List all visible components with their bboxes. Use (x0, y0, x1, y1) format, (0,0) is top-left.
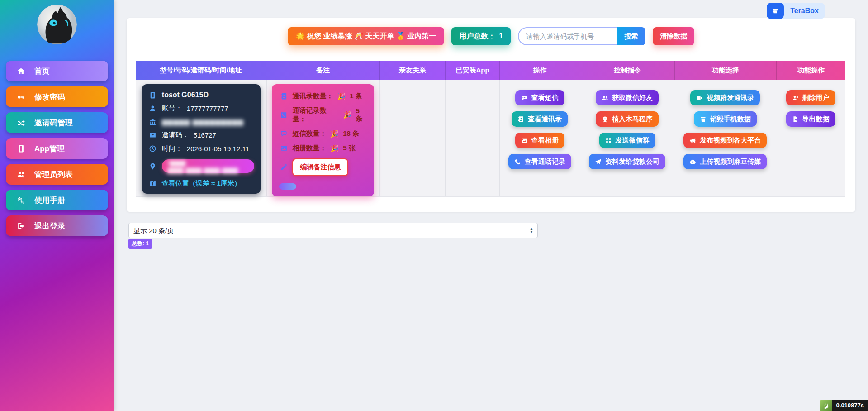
control-button-0[interactable]: 获取微信好友 (596, 90, 659, 105)
note-stat-value: 18 条 (343, 129, 359, 138)
note-stat-value: 5 张 (343, 144, 356, 153)
envelope-icon (148, 131, 157, 139)
action-button-1[interactable]: 查看通讯录 (512, 111, 568, 127)
sidebar-item-app-manage[interactable]: App管理 (6, 138, 108, 159)
sidebar-item-logout[interactable]: 退出登录 (6, 215, 108, 236)
view-location-link[interactable]: 查看位置（误差 ≈ 1厘米） (162, 179, 241, 188)
clear-data-button[interactable]: 清除数据 (653, 27, 694, 45)
table-header-row: 型号/号码/邀请码/时间/地址备注亲友关系已安装App操作控制指令功能选择功能操… (136, 61, 845, 80)
note-stat-label: 通话记录数量： (292, 106, 339, 124)
device-location-row: I▆▆▆ ▆▆▆.▆▆▆.▆▆▆.▆▆▆ (148, 159, 254, 173)
sidebar: 首页修改密码邀请码管理App管理管理员列表使用手册退出登录 (0, 0, 114, 411)
control-button-3[interactable]: 资料发给贷款公司 (589, 154, 665, 169)
sidebar-item-change-password[interactable]: 修改密码 (6, 86, 108, 107)
function-button-3[interactable]: 上传视频到麻豆传媒 (683, 154, 767, 169)
party-popper-emoji: 🎉 (343, 111, 352, 119)
column-header-6: 功能选择 (675, 61, 777, 80)
user-total-label: 用户总数： (459, 32, 495, 41)
note-stat-row-1: 通话记录数量：🎉5 条 (279, 106, 368, 124)
function-button-1[interactable]: 销毁手机数据 (694, 111, 757, 127)
terabox-logo-icon (767, 3, 784, 19)
user-total-badge: 用户总数： 1 (451, 27, 511, 45)
invite-label: 邀请码： (162, 131, 189, 139)
action-button-2[interactable]: 查看相册 (515, 133, 564, 148)
location-pin-icon (148, 162, 157, 170)
edit-notes-button[interactable]: 编辑备注信息 (292, 158, 348, 176)
sidebar-item-invite-codes[interactable]: 邀请码管理 (6, 112, 108, 133)
function-button-2[interactable]: 发布视频到各大平台 (683, 133, 767, 148)
invite-value: 516727 (194, 131, 216, 139)
sidebar-item-label: 首页 (34, 66, 50, 76)
device-invite-row: 邀请码： 516727 (148, 131, 254, 139)
address-book-icon (279, 92, 288, 100)
marquee-banner: 🌟 祝您 业绩暴涨 🥂 天天开单 🥇 业内第一 (288, 27, 445, 45)
framework-leaf-icon (820, 400, 832, 411)
bank-icon (148, 118, 157, 126)
button-label: 销毁手机数据 (710, 115, 751, 124)
masked-location: I▆▆▆ ▆▆▆.▆▆▆.▆▆▆.▆▆▆ (168, 159, 248, 173)
avatar-wrap (0, 0, 114, 59)
cloud-upload-icon (689, 158, 696, 165)
sidebar-item-home[interactable]: 首页 (6, 61, 108, 81)
map-icon (148, 180, 157, 187)
column-header-7: 功能操作 (777, 61, 845, 80)
column-header-3: 已安装App (446, 61, 500, 80)
search-button[interactable]: 搜索 (617, 27, 645, 45)
page-size-select[interactable]: 显示 20 条/页 (128, 223, 538, 238)
paper-plane-icon (595, 158, 602, 165)
gears-icon (17, 196, 25, 205)
mobile-icon (17, 144, 25, 153)
button-label: 视频群发通讯录 (707, 94, 754, 102)
operation-button-0[interactable]: 删除用户 (786, 90, 835, 105)
note-stat-label: 相册数量： (292, 144, 326, 153)
cell-relations (380, 80, 446, 196)
action-button-0[interactable]: 查看短信 (515, 90, 564, 105)
home-icon (17, 67, 25, 76)
users-gear-icon (17, 170, 25, 179)
table-body-row: tosot G0615D 账号： 17777777777 ▆▆▆▆▆ ▆▆▆▆▆… (136, 80, 845, 197)
search-input[interactable] (518, 27, 617, 45)
time-label: 时间： (162, 144, 182, 153)
notes-mini-pill (279, 183, 296, 190)
note-stat-row-2: 短信数量：🎉18 条 (279, 129, 368, 138)
button-label: 导出数据 (802, 115, 830, 124)
action-button-3[interactable]: 查看通话记录 (508, 154, 571, 169)
control-button-2[interactable]: 发送微信群 (599, 133, 655, 148)
note-stat-row-3: 相册数量：🎉5 张 (279, 144, 368, 153)
user-icon (148, 105, 157, 112)
column-header-5: 控制指令 (580, 61, 675, 80)
masked-number: ▆▆▆▆▆ ▆▆▆▆▆▆▆▆▆ (162, 118, 244, 126)
account-value: 17777777777 (187, 105, 228, 112)
comments-icon (279, 130, 288, 138)
main-card: 🌟 祝您 业绩暴涨 🥂 天天开单 🥇 业内第一 用户总数： 1 搜索 清除数据 … (127, 18, 855, 212)
sidebar-item-admin-list[interactable]: 管理员列表 (6, 164, 108, 185)
device-map-row: 查看位置（误差 ≈ 1厘米） (148, 179, 254, 188)
cell-installed-apps (446, 80, 500, 196)
sidebar-item-label: 退出登录 (34, 221, 65, 231)
column-header-2: 亲友关系 (380, 61, 446, 80)
cell-notes: 通讯录数量：🎉1 条通话记录数量：🎉5 条短信数量：🎉18 条相册数量：🎉5 张… (267, 80, 380, 196)
button-label: 查看通话记录 (525, 158, 565, 166)
function-button-0[interactable]: 视频群发通讯录 (690, 90, 760, 105)
operation-button-1[interactable]: 导出数据 (786, 111, 835, 127)
sidebar-item-label: App管理 (34, 143, 65, 154)
control-button-1[interactable]: 植入木马程序 (596, 111, 659, 127)
brand-badge[interactable]: TeraBox (767, 3, 825, 19)
button-label: 查看相册 (531, 136, 559, 145)
sidebar-item-manual[interactable]: 使用手册 (6, 190, 108, 210)
image-icon (521, 137, 528, 144)
render-time-value: 0.010877s (832, 400, 868, 411)
user-total-value: 1 (499, 32, 503, 40)
account-label: 账号： (162, 104, 182, 113)
sidebar-item-label: 管理员列表 (34, 169, 73, 180)
button-label: 删除用户 (802, 94, 830, 102)
trash-icon (700, 116, 707, 123)
image-icon (279, 144, 288, 152)
notes-card: 通讯录数量：🎉1 条通话记录数量：🎉5 条短信数量：🎉18 条相册数量：🎉5 张… (272, 84, 374, 196)
main-content: 🌟 祝您 业绩暴涨 🥂 天天开单 🥇 业内第一 用户总数： 1 搜索 清除数据 … (114, 0, 868, 411)
avatar[interactable] (37, 5, 77, 44)
device-model-row: tosot G0615D (148, 91, 254, 99)
sidebar-menu: 首页修改密码邀请码管理App管理管理员列表使用手册退出登录 (0, 59, 114, 236)
shuffle-icon (17, 119, 25, 127)
pager: 显示 20 条/页 ▲▼ 总数: 1 (128, 223, 538, 249)
